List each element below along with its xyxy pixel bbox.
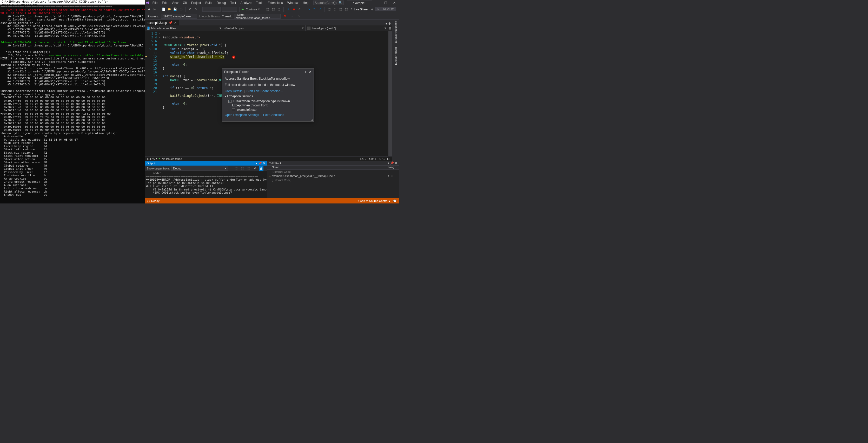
- dbg-btn-2[interactable]: ⬚: [271, 7, 276, 12]
- show-from-label: Show output from:: [147, 167, 169, 170]
- close-icon[interactable]: ✕: [263, 162, 265, 165]
- menu-file[interactable]: File: [150, 1, 159, 5]
- callstack-col-lang[interactable]: Lang: [383, 166, 399, 169]
- module-checkbox[interactable]: [232, 108, 235, 111]
- menu-test[interactable]: Test: [228, 1, 238, 5]
- step-out-button[interactable]: ↗: [318, 7, 322, 12]
- dropdown-icon[interactable]: ▾: [256, 162, 257, 165]
- close-icon[interactable]: ✕: [309, 70, 311, 74]
- output-wrap-button[interactable]: ⤶: [252, 166, 257, 171]
- menu-edit[interactable]: Edit: [160, 1, 169, 5]
- stop-button[interactable]: ⏹: [291, 7, 296, 12]
- break-checkbox[interactable]: [228, 100, 231, 103]
- cpp-icon: 📘: [147, 27, 150, 30]
- console-green1: Address 0x03bffe5f is located in stack o…: [1, 41, 126, 44]
- pause-button[interactable]: ⏸: [286, 7, 290, 12]
- zoom-level[interactable]: 111 %: [147, 157, 155, 160]
- dbg-btn-1[interactable]: ⬚: [265, 7, 270, 12]
- menu-git[interactable]: Git: [181, 1, 189, 5]
- add-source-control-button[interactable]: ↑ Add to Source Control ▴: [358, 199, 391, 203]
- liveshare-button[interactable]: Live Share: [354, 8, 368, 11]
- close-icon[interactable]: ✕: [174, 21, 177, 25]
- process-combo[interactable]: [19924] example3.exe: [161, 14, 197, 19]
- pin-icon[interactable]: 📌: [258, 162, 262, 165]
- dbg-extra-2[interactable]: ⬚: [333, 7, 337, 12]
- thread-combo[interactable]: [13508] example3.exe!asan_thread: [234, 14, 281, 19]
- output-btn-2[interactable]: ⬚: [240, 166, 245, 171]
- step-into-button[interactable]: ↘: [306, 7, 311, 12]
- lifecycle-events[interactable]: Lifecycle Events: [199, 15, 220, 18]
- save-button[interactable]: 💾: [173, 7, 178, 12]
- menu-view[interactable]: View: [169, 1, 181, 5]
- step-over-button[interactable]: ↷: [312, 7, 317, 12]
- continue-button[interactable]: Continue▾: [245, 7, 261, 12]
- undo-button[interactable]: ↶: [188, 7, 192, 12]
- output-clear-button[interactable]: 🗑: [259, 166, 264, 171]
- callstack-row[interactable]: ➜example3.exe!thread_proc(void * __forma…: [267, 174, 399, 178]
- maximize-button[interactable]: ☐: [381, 0, 390, 6]
- menu-project[interactable]: Project: [189, 1, 203, 5]
- nav-fwd-button[interactable]: ▶: [152, 7, 157, 12]
- close-icon[interactable]: ✕: [395, 162, 397, 165]
- open-button[interactable]: 📂: [167, 7, 172, 12]
- team-explorer-tab[interactable]: Team Explorer: [394, 45, 398, 67]
- restart-button[interactable]: ⟳: [297, 7, 302, 12]
- copy-details-link[interactable]: Copy Details: [225, 89, 242, 93]
- zoom-dropdown-icon[interactable]: ▾: [156, 157, 157, 160]
- pin-icon[interactable]: 📌: [168, 21, 173, 25]
- search-input[interactable]: Search (Ctrl+Q) 🔍: [313, 1, 344, 5]
- split-icon[interactable]: ⊞: [388, 26, 392, 31]
- dropdown-icon[interactable]: ▾: [388, 162, 389, 165]
- pin-icon[interactable]: ⊓: [305, 70, 307, 74]
- dbg-btn-3[interactable]: ⬚: [277, 7, 281, 12]
- new-button[interactable]: 📄: [161, 7, 166, 12]
- liveshare-link[interactable]: Start Live Share session...: [247, 89, 283, 93]
- menu-build[interactable]: Build: [203, 1, 214, 5]
- output-btn-1[interactable]: ⬚: [234, 166, 239, 171]
- callstack-row[interactable]: [External Code]: [267, 178, 399, 182]
- editor-scrollbar[interactable]: [389, 31, 392, 156]
- resize-grip-icon[interactable]: ◢: [222, 118, 314, 122]
- tab-settings-icon[interactable]: ⚙: [388, 22, 391, 26]
- edit-conditions-link[interactable]: Edit Conditions: [263, 113, 284, 117]
- menu-analyze[interactable]: Analyze: [238, 1, 254, 5]
- stackframe-btn2[interactable]: ⤡: [296, 14, 301, 19]
- callstack-row[interactable]: [External Code]: [267, 170, 399, 174]
- menu-help[interactable]: Help: [301, 1, 311, 5]
- nav-back-button[interactable]: ◀: [147, 7, 151, 12]
- menu-window[interactable]: Window: [285, 1, 301, 5]
- notifications-icon[interactable]: 💬: [393, 199, 397, 203]
- issues-label[interactable]: No issues found: [162, 157, 182, 160]
- redo-button[interactable]: ↷: [193, 7, 198, 12]
- callstack-col-name[interactable]: Name: [267, 166, 383, 169]
- feedback-icon[interactable]: ☺: [371, 8, 374, 11]
- nav-project-combo[interactable]: 📘 Miscellaneous Files▾: [145, 26, 223, 31]
- saveall-button[interactable]: 🗃: [179, 7, 183, 12]
- dbg-extra-4[interactable]: ⬚: [344, 7, 349, 12]
- platform-combo[interactable]: [222, 7, 237, 12]
- title-tab[interactable]: example3: [347, 1, 372, 5]
- nav-member-combo[interactable]: ⬛ thread_proc(void *)▾: [306, 26, 388, 31]
- output-source-combo[interactable]: Debug▾: [171, 166, 228, 171]
- menu-tools[interactable]: Tools: [254, 1, 265, 5]
- solution-explorer-tab[interactable]: Solution Explorer: [394, 20, 398, 45]
- stackframe-btn[interactable]: ▭: [289, 14, 294, 19]
- open-exception-settings-link[interactable]: Open Exception Settings: [225, 113, 259, 117]
- flag-icon[interactable]: ⚑: [283, 14, 287, 19]
- tab-example3[interactable]: example3.cpp 📌 ✕: [145, 20, 179, 26]
- dbg-extra-1[interactable]: ⬚: [327, 7, 332, 12]
- config-combo[interactable]: [203, 7, 221, 12]
- menu-debug[interactable]: Debug: [215, 1, 228, 5]
- output-btn-3[interactable]: ⬚: [246, 166, 251, 171]
- nav-scope-combo[interactable]: (Global Scope)▾: [223, 26, 306, 31]
- collapse-icon[interactable]: ▴: [225, 95, 226, 98]
- exception-message: Address Sanitizer Error: Stack buffer un…: [225, 77, 311, 80]
- minimize-button[interactable]: ─: [372, 0, 381, 6]
- pin-icon[interactable]: 📌: [390, 162, 394, 165]
- tab-dropdown-icon[interactable]: ▾: [385, 22, 387, 26]
- close-button[interactable]: ✕: [390, 0, 399, 6]
- visual-studio-window: File Edit View Git Project Build Debug T…: [145, 0, 399, 203]
- menu-extensions[interactable]: Extensions: [266, 1, 285, 5]
- output-body[interactable]: loaded. ================================…: [145, 171, 267, 198]
- dbg-extra-3[interactable]: ⬚: [338, 7, 343, 12]
